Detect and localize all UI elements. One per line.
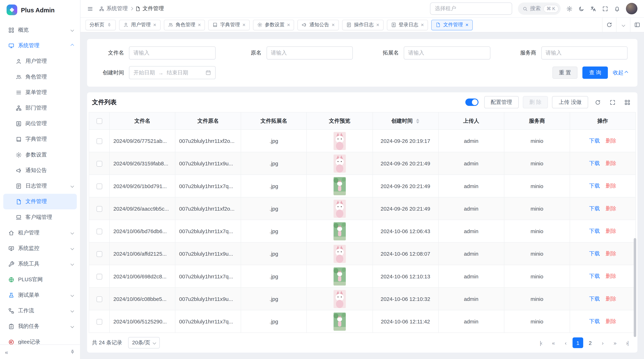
- dark-mode-moon-icon[interactable]: [578, 5, 584, 12]
- close-icon[interactable]: ×: [376, 22, 379, 27]
- column-settings-button[interactable]: [622, 97, 632, 108]
- download-link[interactable]: 下载: [589, 205, 600, 211]
- pin-icon[interactable]: [70, 349, 75, 355]
- sidebar-item-post-mgmt[interactable]: 岗位管理: [3, 116, 77, 131]
- sidebar-item-system-tools[interactable]: 系统工具: [3, 256, 77, 272]
- row-checkbox[interactable]: [96, 183, 102, 189]
- provider-input[interactable]: 请输入: [541, 46, 628, 59]
- menu-toggle-icon[interactable]: [87, 5, 93, 12]
- select-all-checkbox[interactable]: [96, 118, 102, 124]
- query-button[interactable]: 查 询: [582, 66, 608, 79]
- file-preview-image[interactable]: [334, 154, 346, 173]
- file-preview-image[interactable]: [334, 177, 346, 195]
- delete-link[interactable]: 删除: [606, 250, 616, 256]
- download-link[interactable]: 下载: [589, 137, 600, 144]
- download-link[interactable]: 下载: [589, 273, 600, 279]
- sidebar-item-overview[interactable]: 概览: [3, 22, 77, 38]
- file-preview-image[interactable]: [334, 222, 346, 240]
- sidebar-item-dept-mgmt[interactable]: 部门管理: [3, 100, 77, 116]
- delete-link[interactable]: 删除: [606, 228, 616, 234]
- close-icon[interactable]: ×: [332, 22, 335, 27]
- collapse-sidebar-button[interactable]: «: [5, 349, 8, 355]
- file-preview-image[interactable]: [334, 199, 346, 218]
- row-checkbox[interactable]: [96, 229, 102, 234]
- sidebar-item-my-tasks[interactable]: 我的任务: [3, 319, 77, 334]
- close-icon[interactable]: ×: [153, 22, 156, 27]
- tab-role-mgmt[interactable]: 角色管理×: [164, 19, 205, 30]
- delete-link[interactable]: 删除: [606, 318, 616, 324]
- page-size-select[interactable]: 20条/页: [128, 337, 160, 349]
- file-preview-image[interactable]: [334, 244, 346, 263]
- download-link[interactable]: 下载: [589, 318, 600, 324]
- download-link[interactable]: 下载: [589, 250, 600, 256]
- download-link[interactable]: 下载: [589, 160, 600, 166]
- file-preview-image[interactable]: [334, 267, 346, 285]
- refresh-tab-button[interactable]: [602, 18, 616, 32]
- row-checkbox[interactable]: [96, 296, 102, 302]
- download-link[interactable]: 下载: [589, 296, 600, 302]
- layout-toggle-button[interactable]: [630, 18, 644, 32]
- sidebar-item-user-mgmt[interactable]: 用户管理: [3, 53, 77, 69]
- col-create-time[interactable]: 创建时间: [372, 112, 438, 129]
- delete-link[interactable]: 删除: [606, 183, 616, 189]
- tab-actions-menu-button[interactable]: [616, 18, 630, 32]
- download-link[interactable]: 下载: [589, 228, 600, 234]
- sort-carets-icon[interactable]: [416, 119, 420, 124]
- sidebar-item-system-monitor[interactable]: 系统监控: [3, 241, 77, 256]
- filename-input[interactable]: 请输入: [129, 46, 216, 59]
- delete-link[interactable]: 删除: [606, 205, 616, 211]
- delete-link[interactable]: 删除: [606, 273, 616, 279]
- prev-page-button[interactable]: ‹: [560, 337, 571, 348]
- file-preview-image[interactable]: [334, 132, 346, 150]
- close-icon[interactable]: ×: [242, 22, 246, 27]
- sidebar-item-menu-mgmt[interactable]: 菜单管理: [3, 84, 77, 100]
- tab-notice[interactable]: 通知公告×: [298, 19, 339, 30]
- row-checkbox[interactable]: [96, 251, 102, 257]
- tab-analytics[interactable]: 分析页: [86, 19, 116, 30]
- file-preview-image[interactable]: [334, 312, 346, 331]
- sidebar-item-client-mgmt[interactable]: 客户端管理: [3, 209, 77, 225]
- file-preview-image[interactable]: [334, 290, 346, 308]
- tab-param-settings[interactable]: 参数设置×: [253, 19, 294, 30]
- close-icon[interactable]: ×: [198, 22, 201, 27]
- tab-login-log[interactable]: 登录日志×: [387, 19, 428, 30]
- origin-name-input[interactable]: 请输入: [266, 46, 353, 59]
- close-icon[interactable]: ×: [421, 22, 424, 27]
- page-1-button[interactable]: 1: [572, 337, 583, 348]
- delete-link[interactable]: 删除: [606, 296, 616, 302]
- delete-link[interactable]: 删除: [606, 160, 616, 166]
- row-checkbox[interactable]: [96, 319, 102, 325]
- page-2-button[interactable]: 2: [585, 337, 596, 348]
- fast-next-button[interactable]: »: [610, 337, 620, 348]
- pin-icon[interactable]: [107, 22, 112, 27]
- breadcrumb-item-system[interactable]: 系统管理: [99, 5, 128, 12]
- delete-link[interactable]: 删除: [606, 137, 616, 144]
- row-checkbox[interactable]: [96, 206, 102, 212]
- table-scrollbar[interactable]: [634, 238, 636, 337]
- row-checkbox[interactable]: [96, 161, 102, 166]
- row-checkbox[interactable]: [96, 274, 102, 280]
- table-fullscreen-button[interactable]: [607, 97, 618, 108]
- date-range-input[interactable]: 开始日期 → 结束日期: [129, 66, 216, 79]
- settings-gear-icon[interactable]: [566, 5, 572, 12]
- sidebar-item-plus-site[interactable]: PLUS官网: [3, 272, 77, 287]
- tab-op-log[interactable]: 操作日志×: [342, 19, 383, 30]
- row-checkbox[interactable]: [96, 138, 102, 144]
- sidebar-item-dict-mgmt[interactable]: 字典管理: [3, 131, 77, 147]
- download-link[interactable]: 下载: [589, 183, 600, 189]
- sidebar-item-notice[interactable]: 通知公告: [3, 163, 77, 178]
- global-search[interactable]: 搜索 ⌘ K: [518, 2, 561, 15]
- sidebar-item-param-settings[interactable]: 参数设置: [3, 147, 77, 163]
- sidebar-item-system-mgmt[interactable]: 系统管理: [3, 38, 77, 53]
- sidebar-item-workflow[interactable]: 工作流: [3, 303, 77, 319]
- sidebar-item-log-mgmt[interactable]: 日志管理: [3, 178, 77, 194]
- first-page-button[interactable]: |‹: [536, 337, 546, 348]
- last-page-button[interactable]: ›|: [622, 337, 632, 348]
- breadcrumb-item-file[interactable]: 文件管理: [135, 5, 164, 12]
- show-search-toggle[interactable]: [465, 98, 478, 106]
- close-icon[interactable]: ×: [466, 22, 468, 27]
- app-logo[interactable]: Plus Admin: [0, 0, 80, 20]
- fast-prev-button[interactable]: «: [548, 337, 559, 348]
- tab-file-mgmt[interactable]: 文件管理×: [431, 19, 472, 30]
- tenant-select[interactable]: 选择租户: [430, 2, 512, 15]
